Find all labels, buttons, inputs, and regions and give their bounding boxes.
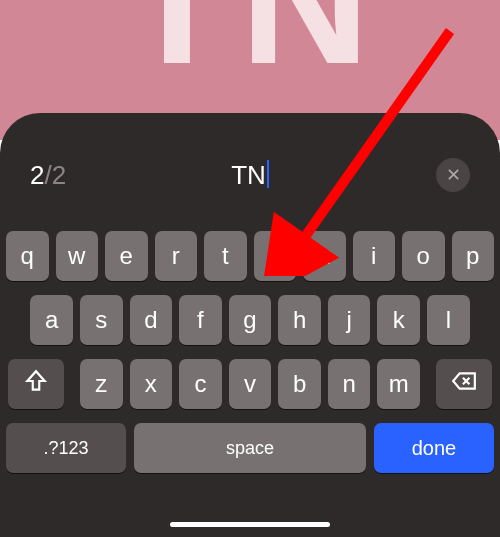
close-icon: ✕ [446, 164, 461, 186]
clear-button[interactable]: ✕ [436, 158, 470, 192]
key-r[interactable]: r [155, 231, 198, 281]
key-b[interactable]: b [278, 359, 321, 409]
key-k[interactable]: k [377, 295, 420, 345]
input-row: 2/2 TN ✕ [30, 153, 470, 197]
text-cursor [267, 160, 269, 188]
keyboard: q w e r t y u i o p a s d f g h j k l [6, 231, 494, 487]
backspace-icon [451, 368, 477, 400]
key-h[interactable]: h [278, 295, 321, 345]
key-p[interactable]: p [452, 231, 495, 281]
wallpaper-monogram: TN [0, 0, 500, 104]
keyboard-row-4: .?123 space done [6, 423, 494, 473]
shift-key[interactable] [8, 359, 64, 409]
space-key[interactable]: space [134, 423, 366, 473]
key-e[interactable]: e [105, 231, 148, 281]
home-indicator[interactable] [170, 522, 330, 527]
key-i[interactable]: i [353, 231, 396, 281]
keyboard-row-2: a s d f g h j k l [6, 295, 494, 345]
key-f[interactable]: f [179, 295, 222, 345]
key-a[interactable]: a [30, 295, 73, 345]
key-c[interactable]: c [179, 359, 222, 409]
key-z[interactable]: z [80, 359, 123, 409]
key-t[interactable]: t [204, 231, 247, 281]
delete-key[interactable] [436, 359, 492, 409]
key-v[interactable]: v [229, 359, 272, 409]
keyboard-row-3: z x c v b n m [6, 359, 494, 409]
keyboard-panel: 2/2 TN ✕ q w e r t y u i o p [0, 113, 500, 537]
shift-icon [23, 368, 49, 400]
screen: TN 2/2 TN ✕ q w e r t y u [0, 0, 500, 537]
key-x[interactable]: x [130, 359, 173, 409]
key-o[interactable]: o [402, 231, 445, 281]
key-g[interactable]: g [229, 295, 272, 345]
key-d[interactable]: d [130, 295, 173, 345]
numbers-key[interactable]: .?123 [6, 423, 126, 473]
key-s[interactable]: s [80, 295, 123, 345]
key-q[interactable]: q [6, 231, 49, 281]
key-u[interactable]: u [303, 231, 346, 281]
done-key[interactable]: done [374, 423, 494, 473]
key-y[interactable]: y [254, 231, 297, 281]
monogram-text-input[interactable]: TN [231, 160, 269, 191]
keyboard-row-1: q w e r t y u i o p [6, 231, 494, 281]
key-m[interactable]: m [377, 359, 420, 409]
input-value: TN [231, 160, 266, 190]
key-l[interactable]: l [427, 295, 470, 345]
key-w[interactable]: w [56, 231, 99, 281]
key-j[interactable]: j [328, 295, 371, 345]
key-n[interactable]: n [328, 359, 371, 409]
